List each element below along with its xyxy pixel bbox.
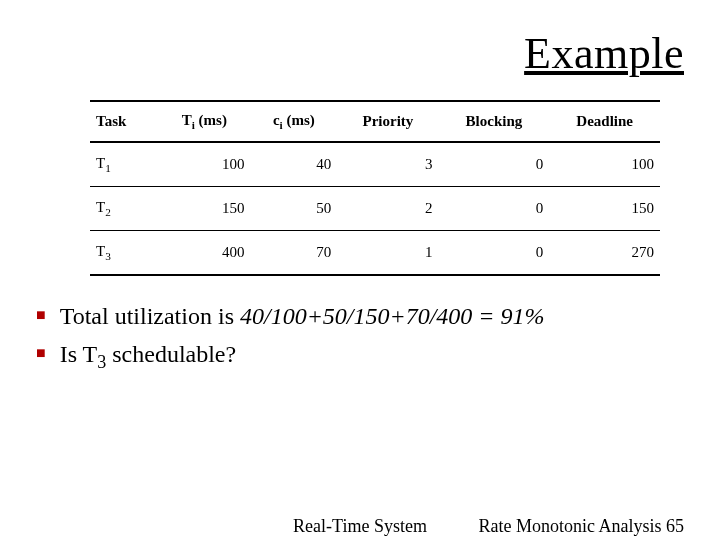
page-title: Example — [524, 28, 684, 79]
cell-priority: 3 — [337, 142, 438, 187]
slide: Example Task Ti (ms) ci (ms) Priority Bl… — [0, 0, 720, 540]
table-row: T1 100 40 3 0 100 — [90, 142, 660, 187]
cell-ti: 400 — [158, 231, 250, 276]
col-priority: Priority — [337, 101, 438, 142]
cell-blocking: 0 — [439, 142, 550, 187]
table-row: T3 400 70 1 0 270 — [90, 231, 660, 276]
cell-task: T1 — [90, 142, 158, 187]
cell-ti: 150 — [158, 187, 250, 231]
cell-ci: 40 — [250, 142, 337, 187]
bullet-text: Is T3 schedulable? — [60, 338, 237, 375]
bullet-icon: ■ — [36, 307, 46, 323]
cell-deadline: 100 — [549, 142, 660, 187]
slide-number: 65 — [666, 516, 684, 536]
cell-deadline: 270 — [549, 231, 660, 276]
task-table: Task Ti (ms) ci (ms) Priority Blocking D… — [90, 100, 660, 276]
cell-blocking: 0 — [439, 231, 550, 276]
col-task: Task — [90, 101, 158, 142]
cell-priority: 2 — [337, 187, 438, 231]
col-ti: Ti (ms) — [158, 101, 250, 142]
cell-priority: 1 — [337, 231, 438, 276]
bullet-icon: ■ — [36, 345, 46, 361]
col-deadline: Deadline — [549, 101, 660, 142]
cell-ti: 100 — [158, 142, 250, 187]
cell-deadline: 150 — [549, 187, 660, 231]
bullet-text: Total utilization is 40/100+50/150+70/40… — [60, 300, 545, 334]
bullet-item: ■ Is T3 schedulable? — [36, 338, 684, 375]
table-header-row: Task Ti (ms) ci (ms) Priority Blocking D… — [90, 101, 660, 142]
cell-ci: 50 — [250, 187, 337, 231]
cell-task: T2 — [90, 187, 158, 231]
table-row: T2 150 50 2 0 150 — [90, 187, 660, 231]
footer-right: Rate Monotonic Analysis 65 — [479, 516, 685, 537]
bullet-item: ■ Total utilization is 40/100+50/150+70/… — [36, 300, 684, 334]
cell-task: T3 — [90, 231, 158, 276]
cell-blocking: 0 — [439, 187, 550, 231]
cell-ci: 70 — [250, 231, 337, 276]
col-blocking: Blocking — [439, 101, 550, 142]
bullet-list: ■ Total utilization is 40/100+50/150+70/… — [36, 300, 684, 379]
col-ci: ci (ms) — [250, 101, 337, 142]
